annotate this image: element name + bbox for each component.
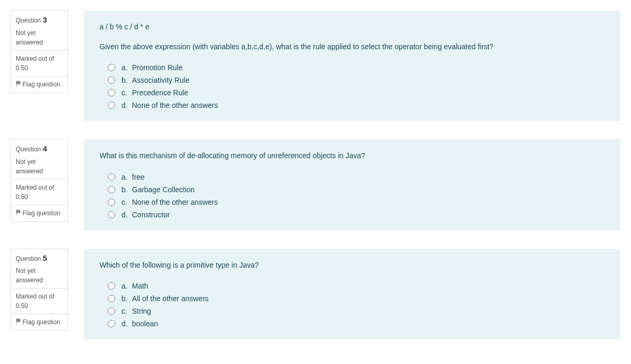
answer-radio[interactable] bbox=[108, 282, 115, 290]
answer-text: String bbox=[132, 307, 151, 315]
flag-label: Flag question bbox=[23, 209, 60, 217]
answer-option[interactable]: d.Constructor bbox=[108, 208, 605, 221]
flag-icon bbox=[16, 318, 23, 326]
answer-text: Garbage Collection bbox=[132, 185, 195, 194]
answer-option[interactable]: a.Math bbox=[108, 280, 605, 292]
answer-letter: c. bbox=[121, 89, 132, 97]
question-block: Question 5Not yet answeredMarked out of … bbox=[10, 249, 621, 340]
answer-list: a.Mathb.All of the other answersc.String… bbox=[99, 280, 605, 330]
answer-option[interactable]: b.Associativity Rule bbox=[108, 74, 605, 86]
answer-radio[interactable] bbox=[108, 295, 115, 302]
flag-question-link[interactable]: Flag question bbox=[10, 314, 68, 330]
answer-radio[interactable] bbox=[108, 211, 115, 218]
flag-question-link[interactable]: Flag question bbox=[10, 76, 68, 93]
answer-radio[interactable] bbox=[108, 198, 115, 206]
question-block: Question 4Not yet answeredMarked out of … bbox=[10, 139, 621, 230]
answer-list: a.Promotion Ruleb.Associativity Rulec.Pr… bbox=[99, 61, 605, 112]
answer-radio[interactable] bbox=[108, 186, 115, 193]
answer-option[interactable]: b.All of the other answers bbox=[108, 292, 605, 305]
answer-letter: a. bbox=[121, 282, 132, 290]
question-prompt: Given the above expression (with variabl… bbox=[99, 42, 605, 52]
question-marks: Marked out of 0.50 bbox=[10, 51, 68, 76]
answer-text: None of the other answers bbox=[132, 198, 218, 206]
question-prompt: Which of the following is a primitive ty… bbox=[99, 260, 605, 271]
question-info: Question 3Not yet answeredMarked out of … bbox=[10, 10, 68, 93]
answer-letter: c. bbox=[121, 198, 132, 206]
answer-option[interactable]: a.free bbox=[108, 171, 605, 183]
question-header: Question 5Not yet answered bbox=[10, 249, 68, 289]
question-prompt: What is this mechanism of de-allocating … bbox=[99, 151, 605, 161]
answer-text: Precedence Rule bbox=[132, 89, 188, 97]
question-label: Question bbox=[16, 146, 41, 153]
question-label: Question bbox=[16, 255, 41, 262]
answer-radio[interactable] bbox=[108, 307, 115, 315]
question-content: a / b % c / d * eGiven the above express… bbox=[84, 10, 621, 121]
flag-label: Flag question bbox=[23, 81, 60, 88]
question-label: Question bbox=[16, 17, 41, 24]
answer-option[interactable]: a.Promotion Rule bbox=[108, 61, 605, 74]
answer-option[interactable]: d.boolean bbox=[108, 317, 605, 330]
question-number: 3 bbox=[42, 15, 47, 24]
question-info: Question 4Not yet answeredMarked out of … bbox=[10, 139, 68, 222]
flag-label: Flag question bbox=[23, 318, 60, 326]
answer-option[interactable]: b.Garbage Collection bbox=[108, 183, 605, 196]
answer-option[interactable]: c.String bbox=[108, 305, 605, 317]
answer-letter: d. bbox=[121, 211, 132, 219]
answer-option[interactable]: c.None of the other answers bbox=[108, 196, 605, 208]
answer-letter: b. bbox=[121, 294, 132, 303]
answer-text: free bbox=[132, 173, 145, 181]
question-content: What is this mechanism of de-allocating … bbox=[84, 139, 621, 230]
answer-letter: a. bbox=[121, 63, 132, 72]
answer-radio[interactable] bbox=[108, 173, 115, 181]
question-content: Which of the following is a primitive ty… bbox=[84, 249, 621, 340]
answer-list: a.freeb.Garbage Collectionc.None of the … bbox=[99, 171, 605, 221]
question-marks: Marked out of 0.50 bbox=[10, 289, 68, 314]
question-header: Question 4Not yet answered bbox=[10, 139, 68, 180]
question-preamble: a / b % c / d * e bbox=[99, 22, 605, 32]
question-block: Question 3Not yet answeredMarked out of … bbox=[10, 10, 621, 121]
answer-radio[interactable] bbox=[108, 64, 115, 71]
question-info: Question 5Not yet answeredMarked out of … bbox=[10, 249, 68, 331]
answer-letter: d. bbox=[121, 319, 132, 328]
answer-radio[interactable] bbox=[108, 320, 115, 327]
answer-text: None of the other answers bbox=[132, 101, 218, 109]
flag-question-link[interactable]: Flag question bbox=[10, 205, 68, 222]
question-header: Question 3Not yet answered bbox=[10, 10, 68, 51]
answer-text: Promotion Rule bbox=[132, 63, 183, 72]
answer-text: Math bbox=[132, 282, 148, 290]
question-status: Not yet answered bbox=[16, 157, 63, 176]
answer-text: All of the other answers bbox=[132, 294, 208, 303]
flag-icon bbox=[16, 81, 23, 88]
answer-option[interactable]: d.None of the other answers bbox=[108, 99, 605, 112]
answer-text: Constructor bbox=[132, 211, 170, 219]
answer-text: Associativity Rule bbox=[132, 76, 190, 84]
answer-radio[interactable] bbox=[108, 102, 115, 109]
question-status: Not yet answered bbox=[16, 266, 63, 285]
answer-option[interactable]: c.Precedence Rule bbox=[108, 86, 605, 99]
answer-letter: d. bbox=[121, 101, 132, 109]
question-status: Not yet answered bbox=[16, 28, 63, 47]
answer-letter: a. bbox=[121, 173, 132, 181]
question-marks: Marked out of 0.50 bbox=[10, 180, 68, 205]
answer-letter: c. bbox=[121, 307, 132, 315]
question-number: 5 bbox=[42, 253, 47, 262]
flag-icon bbox=[16, 209, 23, 217]
question-number: 4 bbox=[42, 144, 47, 153]
answer-letter: b. bbox=[121, 76, 132, 84]
answer-radio[interactable] bbox=[108, 89, 115, 96]
answer-radio[interactable] bbox=[108, 76, 115, 84]
answer-text: boolean bbox=[132, 319, 158, 328]
answer-letter: b. bbox=[121, 185, 132, 194]
